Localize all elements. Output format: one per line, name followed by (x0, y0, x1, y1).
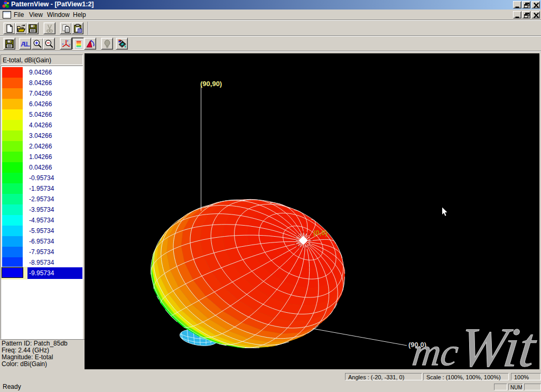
svg-text:(90,90): (90,90) (200, 80, 222, 88)
svg-text:ALL: ALL (21, 40, 30, 48)
svg-text:(0,0): (0,0) (313, 229, 328, 237)
svg-text:mc: mc (410, 330, 461, 369)
svg-text:y: y (69, 42, 71, 46)
svg-text:z: z (67, 39, 68, 42)
svg-text:Wit: Wit (456, 316, 539, 369)
svg-text:x: x (62, 42, 64, 45)
